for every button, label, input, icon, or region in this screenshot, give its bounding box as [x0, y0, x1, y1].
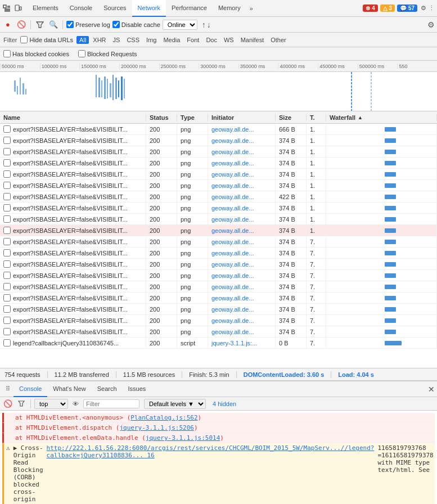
network-settings-icon[interactable]: ⚙ — [427, 20, 435, 29]
row-checkbox[interactable] — [3, 148, 11, 155]
tab-performance[interactable]: Performance — [166, 0, 213, 17]
console-clear-button[interactable]: 🚫 — [2, 398, 13, 410]
row-checkbox[interactable] — [3, 260, 11, 268]
cell-initiator[interactable]: geoway.all.de... — [208, 191, 276, 202]
clear-button[interactable]: 🚫 — [16, 19, 27, 30]
table-row[interactable]: export?ISBASELAYER=false&VISIBILIT...200… — [0, 146, 437, 158]
row-checkbox[interactable] — [3, 339, 11, 346]
cell-initiator[interactable]: geoway.all.de... — [208, 146, 276, 157]
bottom-tab-search[interactable]: Search — [92, 381, 123, 397]
row-checkbox[interactable] — [3, 294, 11, 302]
table-row[interactable]: export?ISBASELAYER=false&VISIBILIT...200… — [0, 191, 437, 202]
console-filter-icon[interactable] — [16, 398, 27, 410]
close-bottom-panel-button[interactable]: ✕ — [428, 385, 435, 394]
throttle-select[interactable]: Online — [163, 20, 197, 30]
cell-initiator[interactable]: geoway.all.de... — [208, 202, 276, 213]
tab-sources[interactable]: Sources — [98, 0, 132, 17]
cell-initiator[interactable]: geoway.all.de... — [208, 135, 276, 146]
filter-ws[interactable]: WS — [221, 36, 237, 44]
has-blocked-cookies-label[interactable]: Has blocked cookies — [3, 50, 69, 57]
filter-img[interactable]: Img — [143, 36, 159, 44]
cell-initiator[interactable]: geoway.all.de... — [208, 180, 276, 191]
row-checkbox[interactable] — [3, 170, 11, 178]
cell-initiator[interactable]: geoway.all.de... — [208, 158, 276, 168]
preserve-log-checkbox[interactable] — [66, 21, 74, 28]
cell-initiator[interactable]: jquery-3.1.1.js:... — [208, 338, 276, 348]
row-checkbox[interactable] — [3, 125, 11, 133]
download-icon[interactable]: ↓ — [207, 20, 211, 29]
console-levels-select[interactable]: Default levels ▼ — [144, 399, 206, 409]
table-row[interactable]: legend?callback=jQuery3110836745...200sc… — [0, 338, 437, 349]
row-checkbox[interactable] — [3, 238, 11, 245]
th-name[interactable]: Name — [0, 114, 146, 121]
row-checkbox[interactable] — [3, 249, 11, 256]
row-checkbox[interactable] — [3, 204, 11, 212]
row-checkbox[interactable] — [3, 305, 11, 313]
preserve-log-label[interactable]: Preserve log — [66, 21, 110, 28]
row-checkbox[interactable] — [3, 137, 11, 144]
table-row[interactable]: export?ISBASELAYER=false&VISIBILIT...200… — [0, 202, 437, 214]
filter-media[interactable]: Media — [160, 36, 183, 44]
console-error-link[interactable]: jquery-3.1.1.js:5014 — [146, 434, 220, 442]
table-row[interactable]: export?ISBASELAYER=false&VISIBILIT...200… — [0, 248, 437, 259]
cell-initiator[interactable]: geoway.all.de... — [208, 259, 276, 269]
console-warning-link1[interactable]: http://222.1.61.56.228:6080/arcgis/rest/… — [47, 444, 375, 459]
th-waterfall[interactable]: Waterfall ▲ — [326, 114, 437, 121]
table-row[interactable]: export?ISBASELAYER=false&VISIBILIT...200… — [0, 270, 437, 281]
upload-icon[interactable]: ↑ — [202, 20, 206, 29]
cell-initiator[interactable]: geoway.all.de... — [208, 315, 276, 326]
table-row[interactable]: export?ISBASELAYER=false&VISIBILIT...200… — [0, 326, 437, 338]
row-checkbox[interactable] — [3, 328, 11, 335]
device-icon[interactable] — [13, 4, 22, 13]
tab-memory[interactable]: Memory — [213, 0, 246, 17]
table-row[interactable]: export?ISBASELAYER=false&VISIBILIT...200… — [0, 180, 437, 191]
th-time[interactable]: T. — [307, 114, 326, 121]
table-row[interactable]: export?ISBASELAYER=false&VISIBILIT...200… — [0, 315, 437, 326]
cell-initiator[interactable]: geoway.all.de... — [208, 326, 276, 337]
has-blocked-cookies-checkbox[interactable] — [3, 50, 11, 57]
tab-console[interactable]: Console — [64, 0, 98, 17]
search-icon[interactable]: 🔍 — [48, 19, 59, 30]
filter-other[interactable]: Other — [268, 36, 289, 44]
filter-js[interactable]: JS — [110, 36, 123, 44]
disable-cache-label[interactable]: Disable cache — [112, 21, 160, 28]
bottom-tab-issues[interactable]: Issues — [123, 381, 152, 397]
filter-all[interactable]: All — [76, 36, 89, 44]
table-row[interactable]: export?ISBASELAYER=false&VISIBILIT...200… — [0, 304, 437, 315]
cell-initiator[interactable]: geoway.all.de... — [208, 169, 276, 179]
console-error-link[interactable]: jquery-3.1.1.js:5206 — [119, 424, 193, 431]
table-row[interactable]: export?ISBASELAYER=false&VISIBILIT...200… — [0, 124, 437, 135]
disable-cache-checkbox[interactable] — [112, 21, 120, 28]
cell-initiator[interactable]: geoway.all.de... — [208, 248, 276, 258]
record-button[interactable]: ● — [2, 19, 13, 30]
console-filter-input[interactable] — [83, 399, 139, 408]
th-initiator[interactable]: Initiator — [208, 114, 276, 121]
row-checkbox[interactable] — [3, 227, 11, 234]
table-row[interactable]: export?ISBASELAYER=false&VISIBILIT...200… — [0, 225, 437, 236]
th-size[interactable]: Size — [276, 114, 307, 121]
filter-manifest[interactable]: Manifest — [238, 36, 267, 44]
cell-initiator[interactable]: geoway.all.de... — [208, 236, 276, 247]
row-checkbox[interactable] — [3, 159, 11, 166]
table-row[interactable]: export?ISBASELAYER=false&VISIBILIT...200… — [0, 236, 437, 248]
filter-xhr[interactable]: XHR — [90, 36, 109, 44]
th-type[interactable]: Type — [177, 114, 208, 121]
filter-icon[interactable] — [34, 19, 46, 30]
more-options-icon[interactable]: ⋮ — [429, 4, 435, 12]
table-row[interactable]: export?ISBASELAYER=false&VISIBILIT...200… — [0, 169, 437, 180]
inspect-icon[interactable] — [2, 4, 11, 13]
bottom-tab-console[interactable]: Console — [13, 381, 47, 397]
cell-initiator[interactable]: geoway.all.de... — [208, 304, 276, 314]
tab-network[interactable]: Network — [132, 0, 166, 17]
row-checkbox[interactable] — [3, 272, 11, 279]
table-row[interactable]: export?ISBASELAYER=false&VISIBILIT...200… — [0, 135, 437, 146]
cell-initiator[interactable]: geoway.all.de... — [208, 214, 276, 224]
cell-initiator[interactable]: geoway.all.de... — [208, 225, 276, 236]
cell-initiator[interactable]: geoway.all.de... — [208, 270, 276, 281]
console-error-link[interactable]: PlanCatalog.js:562 — [130, 414, 197, 421]
row-checkbox[interactable] — [3, 215, 11, 223]
table-row[interactable]: export?ISBASELAYER=false&VISIBILIT...200… — [0, 292, 437, 304]
tab-more[interactable]: » — [246, 5, 256, 12]
tab-elements[interactable]: Elements — [27, 0, 64, 17]
console-eye-icon[interactable]: 👁 — [73, 400, 79, 407]
